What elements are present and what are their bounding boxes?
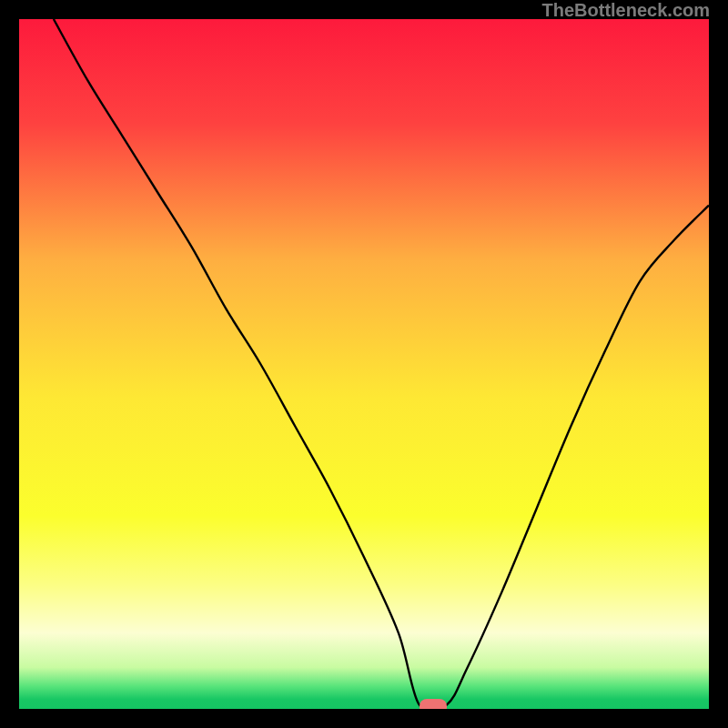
chart-outer-frame: TheBottleneck.com (0, 0, 728, 728)
optimal-point-marker (420, 699, 447, 709)
chart-plot-area (19, 19, 709, 709)
bottleneck-curve (54, 19, 709, 709)
chart-curve-layer (19, 19, 709, 709)
watermark-text: TheBottleneck.com (542, 0, 710, 21)
